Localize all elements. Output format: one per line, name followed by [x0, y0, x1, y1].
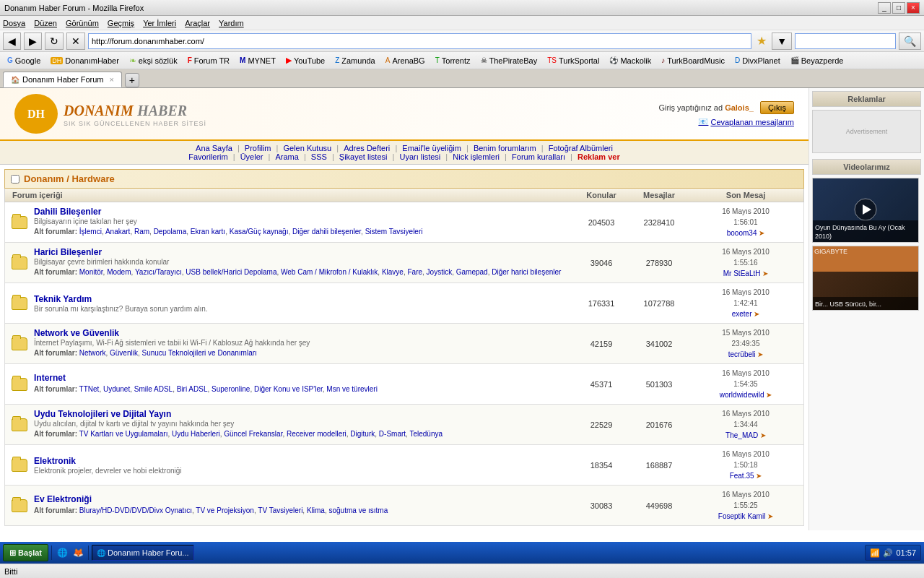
bookmark-zamunda[interactable]: Z Zamunda	[331, 53, 380, 68]
forum-title-link[interactable]: Network ve Güvenlik	[34, 328, 119, 338]
active-tab[interactable]: 🏠 Donanım Haber Forum ×	[3, 72, 122, 87]
last-user-link[interactable]: Mr StEaLtH	[723, 269, 761, 277]
close-button[interactable]: ×	[907, 2, 920, 14]
forward-button[interactable]: ▶	[24, 33, 42, 50]
search-input[interactable]	[795, 33, 896, 49]
reload-button[interactable]: ↻	[45, 33, 64, 50]
subforum-link[interactable]: Web Cam / Mikrofon / Kulaklık	[281, 268, 378, 276]
bookmark-turkboardmusic[interactable]: ♪ TurkBoardMusic	[657, 53, 729, 68]
forum-title-link[interactable]: Uydu Teknolojileri ve Dijital Yayın	[34, 409, 171, 419]
nav-anasayfa[interactable]: Ana Sayfa	[196, 144, 232, 152]
nav-email[interactable]: Email'le üyeliğim	[402, 144, 461, 152]
nav-profilim[interactable]: Profilim	[245, 144, 271, 152]
nav-favorilerim[interactable]: Favorilerim	[188, 152, 227, 161]
subforum-link[interactable]: İşlemci	[79, 228, 102, 236]
subforum-link[interactable]: Ram	[134, 228, 149, 236]
subforum-link[interactable]: Sistem Tavsiyeleri	[365, 228, 423, 236]
subforum-link[interactable]: Diğer dahili bileşenler	[292, 228, 361, 236]
subforum-link[interactable]: TV Kartları ve Uygulamaları	[79, 430, 168, 438]
nav-sikayetlistesi[interactable]: Şikayet listesi	[339, 152, 388, 161]
subforum-link[interactable]: Teledünya	[409, 430, 443, 438]
subforum-link[interactable]: USB bellek/Harici Depolama	[186, 268, 276, 276]
subforum-link[interactable]: Msn ve türevleri	[326, 385, 378, 393]
nav-uyeler[interactable]: Üyeler	[240, 152, 263, 161]
subforum-link[interactable]: Joystick	[427, 268, 453, 276]
nav-forumkurallari[interactable]: Forum kuralları	[512, 152, 565, 161]
subforum-link[interactable]: Klima	[307, 506, 325, 514]
section-checkbox[interactable]	[11, 175, 19, 184]
menu-dosya[interactable]: Dosya	[3, 19, 25, 27]
bookmark-mackolik[interactable]: ⚽ Mackolik	[605, 53, 655, 68]
stop-button[interactable]: ✕	[66, 33, 85, 50]
menu-gorunum[interactable]: Görünüm	[66, 19, 99, 27]
maximize-button[interactable]: □	[892, 2, 905, 14]
forum-title-link[interactable]: Dahili Bileşenler	[34, 207, 101, 217]
bookmark-turksportal[interactable]: TS TurkSportal	[543, 53, 603, 68]
subforum-link[interactable]: TTNet	[79, 385, 100, 393]
subforum-link[interactable]: Klavye	[382, 268, 404, 276]
bookmark-torrentz[interactable]: T Torrentz	[431, 53, 475, 68]
bookmark-mynet[interactable]: M MYNET	[235, 53, 280, 68]
subforum-link[interactable]: Anakart	[105, 228, 130, 236]
bookmark-star[interactable]: ★	[754, 34, 769, 48]
bookmark-arenabg[interactable]: A ArenaBG	[381, 53, 430, 68]
search-button[interactable]: 🔍	[899, 33, 921, 50]
subforum-link[interactable]: Bluray/HD-DVD/DVD/Divx Oynatıcı	[79, 506, 192, 514]
forum-title-link[interactable]: Harici Bileşenler	[34, 247, 102, 257]
minimize-button[interactable]: _	[878, 2, 891, 14]
address-input[interactable]	[88, 33, 751, 49]
messages-link[interactable]: 📧 Cevaplanan mesajlarım	[658, 117, 794, 126]
subforum-link[interactable]: Gamepad	[456, 268, 488, 276]
subforum-link[interactable]: Güvenlik	[110, 349, 138, 357]
last-user-link[interactable]: The_MAD	[725, 431, 758, 439]
nav-adresdefter[interactable]: Adres Defteri	[344, 144, 390, 152]
new-tab-button[interactable]: +	[125, 73, 139, 87]
subforum-link[interactable]: Network	[79, 349, 106, 357]
nav-benimforumlarim[interactable]: Benim forumlarım	[474, 144, 536, 152]
window-controls[interactable]: _ □ ×	[878, 2, 920, 14]
last-user-link[interactable]: exeter	[732, 310, 752, 318]
subforum-link[interactable]: Fare	[407, 268, 422, 276]
subforum-link[interactable]: Superonline	[212, 385, 250, 393]
subforum-link[interactable]: D-Smart	[379, 430, 406, 438]
forum-title-link[interactable]: Ev Elektroniği	[34, 494, 92, 504]
menu-araclar[interactable]: Araçlar	[185, 19, 210, 27]
bookmark-thepiratebay[interactable]: ☠ ThePirateBay	[476, 53, 542, 68]
last-user-link[interactable]: worldwidewild	[720, 391, 764, 399]
last-user-link[interactable]: booom34	[727, 229, 757, 237]
last-user-link[interactable]: tecrübeli	[728, 350, 756, 358]
subforum-link[interactable]: Yazıcı/Tarayıcı	[135, 268, 182, 276]
nav-nickislemleri[interactable]: Nick işlemleri	[453, 152, 500, 161]
subforum-link[interactable]: TV ve Projeksiyon	[196, 506, 254, 514]
nav-arama[interactable]: Arama	[275, 152, 298, 161]
forum-title-link[interactable]: Teknik Yardım	[34, 294, 92, 304]
subforum-link[interactable]: Sunucu Teknolojileri ve Donanımları	[142, 349, 257, 357]
last-user-link[interactable]: Foseptik Kamil	[718, 512, 766, 520]
forum-title-link[interactable]: Elektronik	[34, 456, 76, 466]
subforum-link[interactable]: Receiver modelleri	[287, 430, 346, 438]
subforum-link[interactable]: Modem	[107, 268, 131, 276]
subforum-link[interactable]: Ekran kartı	[191, 228, 225, 236]
nav-gelenkutusu[interactable]: Gelen Kutusu	[283, 144, 331, 152]
subforum-link[interactable]: soğutma ve ısıtma	[329, 506, 388, 514]
subforum-link[interactable]: Diğer Konu ve ISP'ler	[254, 385, 323, 393]
menu-yardim[interactable]: Yardım	[219, 19, 244, 27]
nav-sss[interactable]: SSS	[311, 152, 327, 161]
subforum-link[interactable]: Depolama	[154, 228, 187, 236]
subforum-link[interactable]: Uydu Haberleri	[172, 430, 220, 438]
bookmark-donanımhaber[interactable]: DH DonanımHaber	[46, 53, 123, 68]
tab-close[interactable]: ×	[110, 75, 114, 84]
bookmark-divxplanet[interactable]: D DivxPlanet	[731, 53, 785, 68]
subforum-link[interactable]: Smile ADSL	[134, 385, 173, 393]
bookmark-beyazperde[interactable]: 🎬 Beyazperde	[786, 53, 848, 68]
logout-button[interactable]: Çıkış	[760, 101, 794, 114]
subforum-link[interactable]: TV Tavsiyeleri	[258, 506, 302, 514]
subforum-link[interactable]: Güncel Frekanslar	[224, 430, 282, 438]
subforum-link[interactable]: Diğer harici bileşenler	[492, 268, 561, 276]
menu-gecmis[interactable]: Geçmiş	[108, 19, 134, 27]
nav-reklamver[interactable]: Reklam ver	[578, 152, 620, 161]
menu-duzen[interactable]: Düzen	[34, 19, 57, 27]
bookmark-eksisozluk[interactable]: ❧ ekşi sözlük	[125, 53, 182, 68]
back-button[interactable]: ◀	[3, 33, 21, 50]
subforum-link[interactable]: Kasa/Güç kaynağı	[230, 228, 289, 236]
